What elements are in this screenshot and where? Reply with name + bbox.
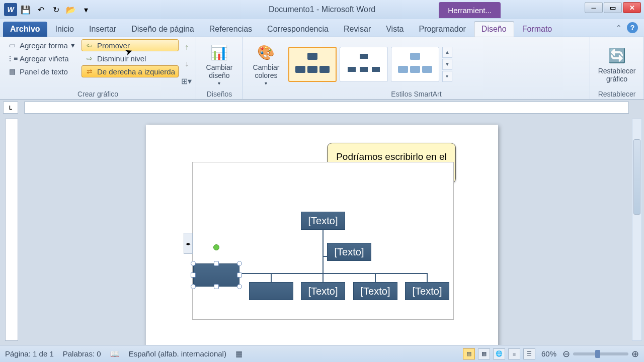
group-label-reset: Restablecer: [594, 89, 639, 98]
tab-page-layout[interactable]: Diseño de página: [124, 22, 201, 37]
minimize-ribbon-icon[interactable]: ⌃: [616, 24, 622, 32]
minimize-button[interactable]: ─: [585, 2, 603, 13]
tab-review[interactable]: Revisar: [337, 22, 378, 37]
save-icon[interactable]: 💾: [19, 3, 32, 16]
vertical-scrollbar[interactable]: [632, 119, 642, 341]
view-outline[interactable]: ≡: [508, 348, 520, 359]
change-colors-label: Cambiar colores: [249, 63, 283, 79]
layout-dropdown-icon[interactable]: ⊞▾: [182, 76, 192, 86]
reset-graphic-button[interactable]: 🔄 Restablecer gráfico: [594, 39, 639, 89]
tab-format[interactable]: Formato: [515, 22, 559, 37]
group-label-layouts: Diseños: [200, 89, 238, 98]
move-up-icon[interactable]: ↑: [182, 42, 192, 52]
add-bullet-label: Agregar viñeta: [20, 54, 69, 63]
group-label-create: Crear gráfico: [4, 89, 192, 98]
resize-handle[interactable]: [237, 284, 242, 289]
resize-handle[interactable]: [237, 261, 242, 266]
add-bullet-button[interactable]: ⋮≡ Agregar viñeta: [4, 52, 78, 64]
ribbon: ▭ Agregar forma ▾ ⋮≡ Agregar viñeta ▤ Pa…: [0, 37, 644, 100]
language-indicator[interactable]: Español (alfab. internacional): [129, 349, 226, 358]
macro-icon[interactable]: ▦: [235, 349, 243, 358]
tab-mailings[interactable]: Correspondencia: [260, 22, 336, 37]
open-icon[interactable]: 📂: [64, 3, 77, 16]
resize-handle[interactable]: [237, 273, 242, 278]
style-item-2[interactable]: [340, 47, 388, 82]
reset-label: Restablecer gráfico: [596, 67, 637, 83]
org-node-child-5[interactable]: [Texto]: [405, 282, 449, 300]
org-node-child-2[interactable]: [249, 282, 293, 300]
org-node-assistant[interactable]: [Texto]: [327, 243, 371, 261]
view-print-layout[interactable]: ▤: [463, 348, 475, 359]
help-icon[interactable]: ?: [627, 22, 638, 33]
add-shape-label: Agregar forma: [20, 41, 68, 50]
rotate-handle[interactable]: [213, 244, 219, 250]
view-web[interactable]: 🌐: [493, 348, 505, 359]
ruler-corner[interactable]: L: [3, 102, 18, 114]
tab-view[interactable]: Vista: [379, 22, 411, 37]
gallery-up-icon[interactable]: ▲: [442, 47, 452, 58]
bullet-icon: ⋮≡: [8, 54, 17, 63]
group-layouts: 📊 Cambiar diseño ▾ Diseños: [196, 37, 243, 99]
ribbon-tabs: Archivo Inicio Insertar Diseño de página…: [0, 19, 644, 37]
move-down-icon[interactable]: ↓: [182, 59, 192, 69]
zoom-in-button[interactable]: ⊕: [631, 348, 639, 359]
resize-handle[interactable]: [214, 284, 219, 289]
text-pane-toggle[interactable]: ◂▸: [184, 233, 193, 254]
zoom-slider[interactable]: [573, 352, 628, 355]
tab-file[interactable]: Archivo: [3, 22, 47, 37]
add-shape-icon: ▭: [8, 41, 17, 50]
resize-handle[interactable]: [191, 273, 196, 278]
resize-handle[interactable]: [214, 261, 219, 266]
tab-insert[interactable]: Insertar: [82, 22, 123, 37]
smartart-frame[interactable]: ◂▸ [Texto] [Texto] [Texto] [Texto] [Text…: [192, 162, 454, 320]
window-title: Documento1 - Microsoft Word: [269, 5, 375, 14]
dropdown-icon: ▾: [218, 80, 220, 86]
tab-home[interactable]: Inicio: [48, 22, 81, 37]
zoom-slider-thumb[interactable]: [595, 350, 600, 358]
group-label-styles: Estilos SmartArt: [247, 89, 586, 98]
status-bar: Página: 1 de 1 Palabras: 0 📖 Español (al…: [0, 345, 644, 362]
change-layout-button[interactable]: 📊 Cambiar diseño ▾: [200, 39, 238, 89]
scrollbar-thumb[interactable]: [633, 139, 640, 215]
zoom-out-button[interactable]: ⊖: [562, 348, 570, 359]
text-pane-icon: ▤: [8, 67, 17, 76]
qat-customize-icon[interactable]: ▾: [79, 3, 93, 16]
gallery-more-icon[interactable]: ▾: [442, 71, 452, 82]
view-full-screen[interactable]: ▦: [478, 348, 490, 359]
text-pane-label: Panel de texto: [20, 67, 68, 76]
zoom-level[interactable]: 60%: [541, 349, 556, 358]
demote-label: Disminuir nivel: [97, 54, 146, 63]
right-to-left-button[interactable]: ⇄ De derecha a izquierda: [82, 65, 179, 77]
style-item-3[interactable]: [391, 47, 439, 82]
rtl-icon: ⇄: [85, 67, 94, 76]
close-button[interactable]: ✕: [623, 2, 641, 13]
group-create-graphic: ▭ Agregar forma ▾ ⋮≡ Agregar viñeta ▤ Pa…: [0, 37, 196, 99]
dropdown-icon: ▾: [71, 41, 75, 50]
horizontal-ruler[interactable]: [24, 102, 629, 114]
change-colors-button[interactable]: 🎨 Cambiar colores ▾: [247, 40, 285, 88]
document-page[interactable]: Podríamos escribirlo en el propio diagra…: [146, 125, 498, 356]
org-node-root[interactable]: [Texto]: [301, 212, 345, 230]
text-pane-button[interactable]: ▤ Panel de texto: [4, 65, 78, 77]
tab-developer[interactable]: Programador: [412, 22, 472, 37]
view-draft[interactable]: ☰: [523, 348, 535, 359]
group-smartart-styles: 🎨 Cambiar colores ▾: [243, 37, 590, 99]
resize-handle[interactable]: [191, 261, 196, 266]
org-node-selected[interactable]: [193, 263, 239, 287]
style-item-1[interactable]: [288, 47, 337, 82]
page-indicator[interactable]: Página: 1 de 1: [5, 349, 54, 358]
redo-icon[interactable]: ↻: [49, 3, 62, 16]
undo-icon[interactable]: ↶: [34, 3, 47, 16]
title-bar: W 💾 ↶ ↻ 📂 ▾ Documento1 - Microsoft Word …: [0, 0, 644, 19]
maximize-button[interactable]: ▭: [604, 2, 622, 13]
add-shape-button[interactable]: ▭ Agregar forma ▾: [4, 39, 78, 51]
org-node-child-4[interactable]: [Texto]: [353, 282, 397, 300]
gallery-down-icon[interactable]: ▼: [442, 59, 452, 70]
tab-design[interactable]: Diseño: [474, 21, 514, 37]
tab-references[interactable]: Referencias: [202, 22, 259, 37]
proofing-icon[interactable]: 📖: [110, 349, 120, 358]
word-count[interactable]: Palabras: 0: [63, 349, 101, 358]
resize-handle[interactable]: [191, 284, 196, 289]
vertical-ruler[interactable]: [5, 119, 18, 341]
org-node-child-3[interactable]: [Texto]: [301, 282, 345, 300]
